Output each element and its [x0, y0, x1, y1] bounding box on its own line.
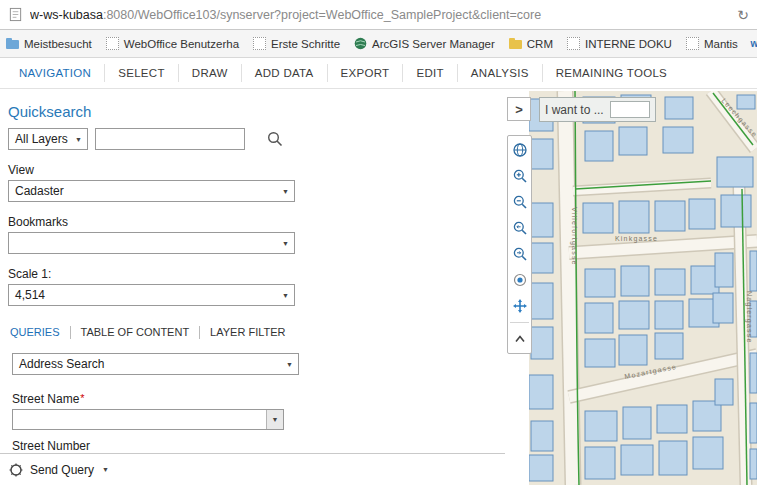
bookmark-label: Erste Schritte: [271, 38, 340, 50]
bookmark-label: Meistbesucht: [24, 38, 92, 50]
tab-export[interactable]: EXPORT: [328, 64, 404, 82]
full-extent-button[interactable]: [508, 137, 531, 163]
url-text[interactable]: w-ws-kubasa:8080/WebOffice103/synserver?…: [30, 8, 730, 22]
bookmark-placeholder-icon: [567, 37, 580, 50]
bookmark-meistbesucht[interactable]: Meistbesucht: [6, 37, 92, 50]
send-query-icon[interactable]: [8, 462, 24, 478]
bookmark-label: ArcGIS Server Manager: [372, 38, 495, 50]
address-bar[interactable]: w-ws-kubasa:8080/WebOffice103/synserver?…: [0, 0, 757, 30]
map-area: Kinkgasse Villefortgasse Mozartgasse Nag…: [505, 89, 757, 485]
bookmark-placeholder-icon: [253, 37, 266, 50]
i-want-to-widget[interactable]: I want to ...: [539, 97, 656, 122]
bookmark-placeholder-icon: [106, 37, 119, 50]
tab-remaining-tools[interactable]: REMAINING TOOLS: [543, 64, 680, 82]
tab-select[interactable]: SELECT: [105, 64, 179, 82]
view-label: View: [8, 163, 505, 177]
street-name-label: Street Name*: [12, 392, 505, 406]
subtab-table-of-content[interactable]: TABLE OF CONTENT: [71, 326, 201, 339]
street-name-combo[interactable]: ▼: [12, 409, 284, 430]
quicksearch-layer-value: All Layers: [9, 132, 70, 146]
previous-extent-button[interactable]: [508, 215, 531, 241]
zoom-out-icon: [512, 194, 528, 210]
bookmark-label: WebOffice Benutzerha: [124, 38, 239, 50]
street-label: Kinkgasse: [615, 235, 658, 243]
quicksearch-input[interactable]: [95, 128, 245, 150]
reload-icon[interactable]: ↻: [737, 7, 749, 23]
pan-tool-button[interactable]: [508, 293, 531, 319]
street-name-dropdown-button[interactable]: ▼: [266, 410, 283, 429]
toolbar-divider: [510, 322, 529, 323]
street-number-label: Street Number: [12, 439, 505, 453]
query-type-value: Address Search: [13, 357, 281, 371]
i-want-to-input[interactable]: [610, 101, 650, 118]
tab-draw[interactable]: DRAW: [179, 64, 242, 82]
tab-analysis[interactable]: ANALYSIS: [458, 64, 543, 82]
bookmark-label: INTERNE DOKU: [585, 38, 672, 50]
zoom-previous-icon: [512, 220, 528, 236]
subtab-queries[interactable]: QUERIES: [8, 326, 71, 339]
toolbar-collapse-button[interactable]: [508, 326, 531, 352]
scale-label: Scale 1:: [8, 267, 505, 281]
globe-icon: [354, 37, 367, 50]
radio-selected-icon: [512, 272, 528, 288]
map-canvas[interactable]: Kinkgasse Villefortgasse Mozartgasse Nag…: [529, 91, 757, 485]
panel-subtabs: QUERIES TABLE OF CONTENT LAYER FILTER: [8, 326, 505, 339]
navigation-panel: Quicksearch All Layers ▼ View Cadaster ▼…: [0, 89, 505, 485]
panel-collapse-button[interactable]: >: [507, 97, 531, 121]
main-tab-bar: NAVIGATION SELECT DRAW ADD DATA EXPORT E…: [0, 58, 757, 89]
caret-down-icon: ▼: [281, 361, 298, 368]
quicksearch-layer-select[interactable]: All Layers ▼: [8, 128, 88, 150]
query-type-select[interactable]: Address Search ▼: [12, 353, 299, 375]
scale-select-value: 4,514: [9, 288, 277, 302]
view-select-value: Cadaster: [9, 184, 277, 198]
page-icon: [8, 7, 23, 22]
pan-arrows-icon: [512, 298, 528, 314]
caret-down-icon: ▼: [277, 240, 294, 247]
bookmarks-label: Bookmarks: [8, 215, 505, 229]
weboffice-icon: wO: [752, 37, 757, 50]
folder-icon: [6, 37, 19, 50]
bookmark-mantis[interactable]: Mantis: [686, 37, 738, 50]
folder-icon: [509, 37, 522, 50]
bookmark-label: CRM: [527, 38, 553, 50]
caret-down-icon: ▼: [277, 292, 294, 299]
bookmark-sy[interactable]: wO Sy: [752, 37, 757, 50]
subtab-layer-filter[interactable]: LAYER FILTER: [200, 326, 295, 339]
zoom-out-button[interactable]: [508, 189, 531, 215]
locate-tool-button[interactable]: [508, 267, 531, 293]
bookmarks-bar: Meistbesucht WebOffice Benutzerha Erste …: [0, 30, 757, 58]
caret-down-icon: ▼: [272, 416, 279, 423]
caret-down-icon: ▼: [277, 188, 294, 195]
zoom-in-button[interactable]: [508, 163, 531, 189]
bookmark-erste-schritte[interactable]: Erste Schritte: [253, 37, 340, 50]
zoom-next-icon: [512, 246, 528, 262]
bookmark-weboffice-benutzerha[interactable]: WebOffice Benutzerha: [106, 37, 239, 50]
required-marker: *: [80, 392, 84, 404]
send-query-button[interactable]: Send Query: [30, 463, 94, 477]
bookmarks-select[interactable]: ▼: [8, 232, 295, 254]
map-toolbar: [507, 135, 532, 354]
tab-navigation[interactable]: NAVIGATION: [6, 64, 105, 82]
chevron-up-icon: [512, 331, 528, 347]
search-icon[interactable]: [266, 130, 284, 148]
view-select[interactable]: Cadaster ▼: [8, 180, 295, 202]
globe-icon: [512, 142, 528, 158]
quicksearch-title: Quicksearch: [8, 103, 505, 120]
bookmark-interne-doku[interactable]: INTERNE DOKU: [567, 37, 672, 50]
scale-select[interactable]: 4,514 ▼: [8, 284, 295, 306]
next-extent-button[interactable]: [508, 241, 531, 267]
street-name-input[interactable]: [13, 410, 266, 429]
bookmark-crm[interactable]: CRM: [509, 37, 553, 50]
tab-edit[interactable]: EDIT: [403, 64, 457, 82]
send-query-caret-icon[interactable]: ▼: [102, 466, 109, 473]
street-label: Naglergasse: [745, 291, 753, 344]
bookmark-label: Mantis: [704, 38, 738, 50]
caret-down-icon: ▼: [70, 136, 87, 143]
street-label: Villefortgasse: [570, 207, 578, 266]
bookmark-placeholder-icon: [686, 37, 699, 50]
bookmark-arcgis-server-manager[interactable]: ArcGIS Server Manager: [354, 37, 495, 50]
zoom-in-icon: [512, 168, 528, 184]
send-query-bar: Send Query ▼: [0, 453, 505, 485]
i-want-to-label: I want to ...: [545, 103, 604, 117]
tab-add-data[interactable]: ADD DATA: [242, 64, 328, 82]
